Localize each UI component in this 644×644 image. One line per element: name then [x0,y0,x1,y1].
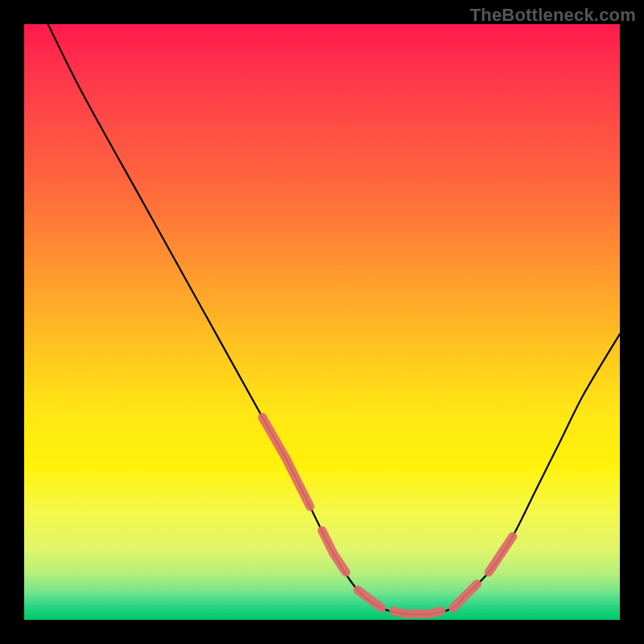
highlight-segment [357,590,382,608]
bottleneck-curve [48,24,620,615]
highlight-segment [489,536,513,572]
highlight-segment [394,611,441,614]
chart-frame: TheBottleneck.com [0,0,644,644]
highlight-segment [453,584,477,609]
highlight-segments [262,417,513,613]
highlight-segment [262,417,310,506]
watermark-text: TheBottleneck.com [470,5,636,26]
highlight-segment [322,530,346,572]
plot-area [24,24,620,620]
curve-svg [24,24,620,620]
